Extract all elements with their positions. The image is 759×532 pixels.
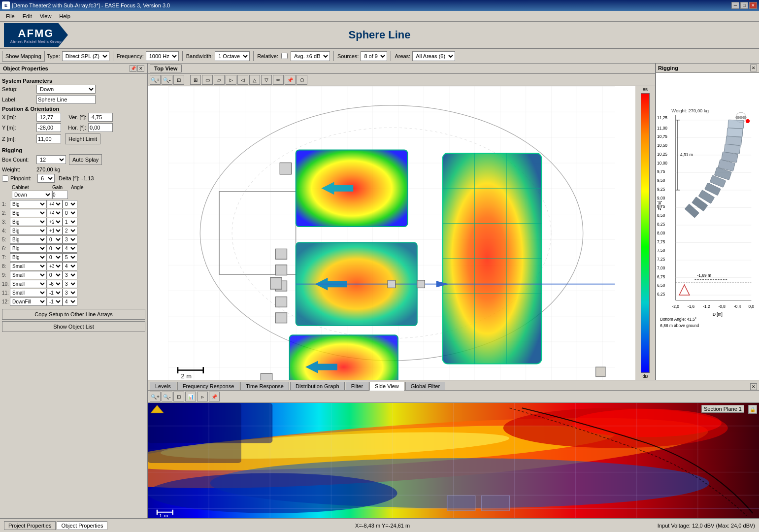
menu-help[interactable]: Help <box>55 12 74 20</box>
angle-select-1[interactable]: 0 <box>63 200 77 208</box>
menu-edit[interactable]: Edit <box>19 12 36 20</box>
drop-button[interactable]: ⬡ <box>297 75 307 85</box>
gain-select-4[interactable]: +1 <box>47 227 63 235</box>
select2-button[interactable]: ▱ <box>214 75 225 85</box>
bottom-zoom-in[interactable]: 🔍+ <box>150 392 161 401</box>
gain-select-9[interactable]: 0 <box>47 271 63 279</box>
angle-select-3[interactable]: 1 <box>63 218 77 226</box>
height-limit-button[interactable]: Height Limit <box>65 133 100 144</box>
close-button[interactable]: ✕ <box>749 2 757 9</box>
areas-select[interactable]: All Areas (6) <box>412 51 455 61</box>
bottom-zoom-fit[interactable]: ⊡ <box>173 392 184 401</box>
zoom-fit-button[interactable]: ⊡ <box>173 75 184 85</box>
panel-close-button[interactable]: ✕ <box>137 65 144 72</box>
cabinet-select-12[interactable]: DownFill <box>10 298 47 306</box>
menu-file[interactable]: File <box>2 12 19 20</box>
gain-select-8[interactable]: +3 <box>47 262 63 270</box>
tab-levels[interactable]: Levels <box>150 382 176 390</box>
section-plane-lock[interactable]: 🔒 <box>748 405 757 414</box>
show-mapping-button[interactable]: Show Mapping <box>2 51 45 62</box>
angle-select-11[interactable]: 3 <box>63 289 77 297</box>
bottom-chart-btn[interactable]: 📊 <box>185 392 196 401</box>
angle-select-8[interactable]: 4 <box>63 262 77 270</box>
x-input[interactable] <box>36 113 61 122</box>
angle-select-12[interactable]: 4 <box>63 298 77 306</box>
relative-select[interactable]: Avg. ±6 dB <box>291 51 330 61</box>
pin-button[interactable]: 📌 <box>285 75 296 85</box>
maximize-button[interactable]: □ <box>740 2 748 9</box>
angle-select-2[interactable]: 0 <box>63 209 77 217</box>
panel-controls[interactable]: 📌 ✕ <box>130 65 144 72</box>
select3-button[interactable]: ▷ <box>226 75 236 85</box>
cabinet-select-8[interactable]: Small <box>10 262 47 270</box>
box-count-select[interactable]: 12 <box>36 155 66 164</box>
gain-select-7[interactable]: 0 <box>47 253 63 262</box>
down-cab-select[interactable]: Down <box>12 191 52 199</box>
gain-select-2[interactable]: +4 <box>47 209 63 217</box>
bottom-pin-btn[interactable]: 📌 <box>209 392 220 401</box>
cabinet-select-4[interactable]: Big <box>10 227 47 235</box>
object-properties-tab[interactable]: Object Properties <box>57 521 107 530</box>
cabinet-select-5[interactable]: Big <box>10 235 47 244</box>
bottom-select-btn[interactable]: ▹ <box>197 392 208 401</box>
frequency-select[interactable]: 1000 Hz <box>146 51 179 61</box>
type-select[interactable]: Direct SPL (Z) <box>62 51 109 61</box>
auto-splay-button[interactable]: Auto Splay <box>69 154 102 165</box>
cabinet-select-9[interactable]: Small <box>10 271 47 279</box>
tab-side-view[interactable]: Side View <box>369 382 404 391</box>
angle-select-6[interactable]: 4 <box>63 244 77 253</box>
sources-select[interactable]: 8 of 9 <box>361 51 387 61</box>
pinpoint-select[interactable]: 6 <box>37 174 55 183</box>
cabinet-select-3[interactable]: Big <box>10 218 47 226</box>
down-gain-input[interactable] <box>52 191 68 199</box>
grid-button[interactable]: ⊞ <box>190 75 201 85</box>
select-button[interactable]: ▭ <box>202 75 213 85</box>
tab-frequency[interactable]: Frequency Response <box>177 382 240 390</box>
bottom-zoom-out[interactable]: 🔍- <box>162 392 172 401</box>
select5-button[interactable]: △ <box>249 75 260 85</box>
gain-select-10[interactable]: -6 <box>47 280 63 288</box>
ver-input[interactable] <box>88 113 113 122</box>
cabinet-select-6[interactable]: Big <box>10 244 47 253</box>
rigging-close-button[interactable]: ✕ <box>750 65 757 71</box>
gain-select-6[interactable]: 0 <box>47 244 63 253</box>
hor-input[interactable] <box>88 123 113 132</box>
tab-distribution[interactable]: Distribution Graph <box>290 382 345 390</box>
cabinet-select-11[interactable]: Small <box>10 289 47 297</box>
select6-button[interactable]: ▽ <box>261 75 272 85</box>
cabinet-select-1[interactable]: Big <box>10 200 47 208</box>
zoom-out-button[interactable]: 🔍- <box>162 75 172 85</box>
zoom-in-button[interactable]: 🔍+ <box>150 75 161 85</box>
tab-global-filter[interactable]: Global Filter <box>405 382 445 390</box>
tab-time[interactable]: Time Response <box>240 382 289 390</box>
pinpoint-checkbox[interactable] <box>2 175 8 182</box>
cabinet-select-7[interactable]: Big <box>10 253 47 262</box>
window-controls[interactable]: ─ □ ✕ <box>731 2 757 9</box>
angle-select-5[interactable]: 3 <box>63 235 77 244</box>
gain-select-11[interactable]: -12 <box>47 289 63 297</box>
angle-select-9[interactable]: 3 <box>63 271 77 279</box>
select4-button[interactable]: ◁ <box>237 75 248 85</box>
setup-select[interactable]: Down <box>36 85 96 94</box>
bandwidth-select[interactable]: 1 Octave <box>215 51 250 61</box>
menu-view[interactable]: View <box>36 12 56 20</box>
angle-select-4[interactable]: 2 <box>63 227 77 235</box>
bottom-content[interactable]: Section Plane 1 🔒 <box>148 403 759 518</box>
top-view-canvas[interactable]: 2 m <box>148 86 635 380</box>
y-input[interactable] <box>36 123 61 132</box>
tab-filter[interactable]: Filter <box>346 382 368 390</box>
label-input[interactable] <box>36 95 96 104</box>
gain-select-5[interactable]: 0 <box>47 235 63 244</box>
panel-pin-button[interactable]: 📌 <box>130 65 136 72</box>
bottom-area-close[interactable]: ✕ <box>750 383 757 390</box>
gain-select-1[interactable]: +4 <box>47 200 63 208</box>
copy-setup-button[interactable]: Copy Setup to Other Line Arrays <box>2 309 145 320</box>
cabinet-select-2[interactable]: Big <box>10 209 47 217</box>
angle-select-10[interactable]: 3 <box>63 280 77 288</box>
project-properties-tab[interactable]: Project Properties <box>4 521 56 530</box>
gain-select-12[interactable]: -12 <box>47 298 63 306</box>
cabinet-select-10[interactable]: Small <box>10 280 47 288</box>
pencil-button[interactable]: ✏ <box>273 75 284 85</box>
show-object-list-button[interactable]: Show Object List <box>2 321 145 332</box>
angle-select-7[interactable]: 5 <box>63 253 77 262</box>
